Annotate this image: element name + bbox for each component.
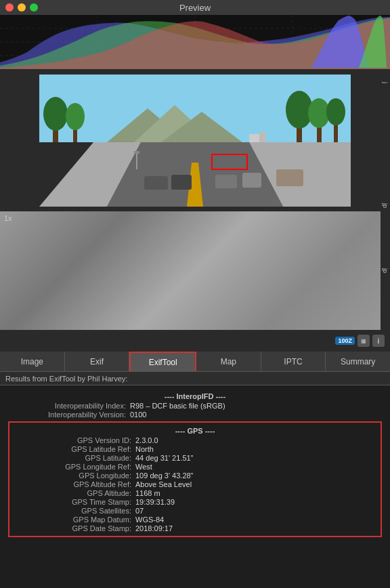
street-image [39,75,351,207]
gps-label-0: GPS Version ID: [14,436,135,444]
svg-point-11 [43,97,68,131]
gps-row-9: GPS Map Datum: WGS-84 [14,516,376,524]
gps-value-4: 109 deg 3' 43.28" [135,471,194,480]
right-sidebar: j jp [381,69,390,219]
gps-label-9: GPS Map Datum: [14,516,135,524]
interop-label-0: Interoperability Index: [8,402,130,410]
interop-value-0: R98 – DCF basic file (sRGB) [130,402,225,410]
gps-section-container: ---- GPS ---- GPS Version ID: 2.3.0.0 GP… [8,421,382,537]
svg-rect-27 [215,175,237,188]
gps-label-3: GPS Longitude Ref: [14,463,135,471]
zoom-badge: 100Z [335,337,355,345]
gps-row-7: GPS Time Stamp: 19:39:31.39 [14,498,376,506]
interop-value-1: 0100 [130,411,146,419]
histogram-area [0,15,390,69]
secondary-sidebar-icon: jp [381,211,390,330]
gps-row-8: GPS Satellites: 07 [14,507,376,515]
svg-rect-30 [307,166,337,185]
close-button[interactable] [5,3,14,12]
gps-header: ---- GPS ---- [14,427,376,435]
svg-point-19 [326,98,345,125]
svg-rect-34 [249,134,259,142]
svg-rect-31 [136,152,137,169]
gps-value-5: Above Sea Level [135,480,192,488]
gps-label-2: GPS Latitude: [14,454,135,462]
zoom-label: 1x [4,214,12,222]
results-text: Results from ExifTool by Phil Harvey: [5,375,127,383]
window-title: Preview [179,3,211,13]
histogram-icon[interactable]: ▦ [358,335,370,347]
gps-row-3: GPS Longitude Ref: West [14,463,376,471]
gps-label-7: GPS Time Stamp: [14,498,135,506]
zoomed-image [0,211,390,330]
secondary-image-area: jp [0,211,390,330]
gps-label-6: GPS Altitude: [14,489,135,497]
results-bar: Results from ExifTool by Phil Harvey: [0,372,390,385]
gps-annotation: FULL GPS Data Shown by EXIF TOOL [385,427,390,526]
gps-label-8: GPS Satellites: [14,507,135,515]
svg-rect-28 [242,173,261,188]
gps-value-3: West [135,463,152,471]
gps-label-4: GPS Longitude: [14,471,135,480]
gps-row-5: GPS Altitude Ref: Above Sea Level [14,480,376,488]
tab-iptc[interactable]: IPTC [261,352,326,371]
svg-point-13 [66,103,85,130]
svg-rect-25 [144,176,168,190]
main-image-container [0,69,390,211]
interop-label-1: Interoperability Version: [8,411,130,419]
gps-row-0: GPS Version ID: 2.3.0.0 [14,436,376,444]
title-bar: Preview [0,0,390,15]
interop-row-1: Interoperability Version: 0100 [8,411,382,419]
gps-value-9: WGS-84 [135,516,164,524]
tabs-bar: Image Exif ExifTool Map IPTC Summary [0,352,390,372]
gps-value-0: 2.3.0.0 [135,436,158,444]
window-controls[interactable] [5,3,38,12]
interop-header: ---- InteropIFD ---- [8,392,382,400]
svg-rect-35 [259,132,266,142]
gps-label-5: GPS Altitude Ref: [14,480,135,488]
svg-rect-29 [276,169,303,186]
tab-map[interactable]: Map [196,352,261,371]
gps-row-4: GPS Longitude: 109 deg 3' 43.28" [14,471,376,480]
gps-value-7: 19:39:31.39 [135,498,175,506]
gps-row-1: GPS Latitude Ref: North [14,445,376,453]
tab-summary[interactable]: Summary [326,352,390,371]
controls-bar: 100Z ▦ i [0,330,390,352]
gps-row-6: GPS Altitude: 1168 m [14,489,376,497]
exif-content: ---- InteropIFD ---- Interoperability In… [0,385,390,588]
tab-image[interactable]: Image [0,352,65,371]
interop-row-0: Interoperability Index: R98 – DCF basic … [8,402,382,410]
gps-label-1: GPS Latitude Ref: [14,445,135,453]
gps-value-6: 1168 m [135,489,160,497]
gps-row-2: GPS Latitude: 44 deg 31' 21.51" [14,454,376,462]
secondary-view-container: 1x jp [0,211,390,330]
maximize-button[interactable] [30,3,38,12]
gps-value-10: 2018:09:17 [135,524,173,532]
gps-value-1: North [135,445,154,453]
tab-exiftool[interactable]: ExifTool [129,352,196,371]
info-icon[interactable]: i [372,335,385,347]
gps-value-2: 44 deg 31' 21.51" [135,454,194,462]
svg-rect-26 [171,175,192,190]
sidebar-icon-j: j [381,69,390,96]
gps-row-10: GPS Date Stamp: 2018:09:17 [14,524,376,532]
gps-value-8: 07 [135,507,144,515]
gps-box: ---- GPS ---- GPS Version ID: 2.3.0.0 GP… [8,421,382,537]
svg-rect-32 [134,151,139,154]
minimize-button[interactable] [18,3,26,12]
tab-exif[interactable]: Exif [65,352,130,371]
gps-label-10: GPS Date Stamp: [14,524,135,532]
